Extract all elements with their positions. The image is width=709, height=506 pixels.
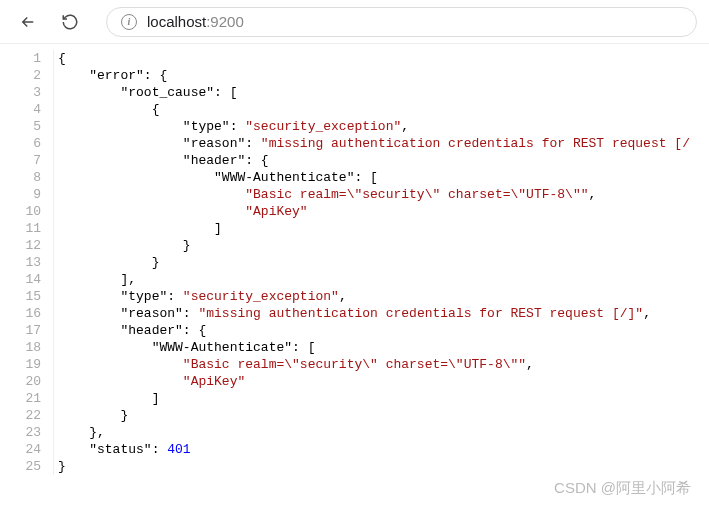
line-number: 3 (0, 84, 41, 101)
line-number: 19 (0, 356, 41, 373)
code-token: "type" (183, 119, 230, 134)
line-number: 18 (0, 339, 41, 356)
line-number: 6 (0, 135, 41, 152)
code-token: 401 (167, 442, 190, 457)
code-token: , (589, 187, 597, 202)
back-button[interactable] (12, 6, 44, 38)
address-bar[interactable]: i localhost:9200 (106, 7, 697, 37)
code-line: "header": { (58, 322, 690, 339)
code-token: "header" (120, 323, 182, 338)
line-number: 2 (0, 67, 41, 84)
code-token: ] (214, 221, 222, 236)
code-line: { (58, 101, 690, 118)
code-line: } (58, 458, 690, 475)
code-line: } (58, 407, 690, 424)
json-viewer: 1234567891011121314151617181920212223242… (0, 44, 709, 475)
code-line: ] (58, 220, 690, 237)
code-token: ], (120, 272, 136, 287)
line-number: 13 (0, 254, 41, 271)
url-host: localhost (147, 13, 206, 30)
code-token: , (643, 306, 651, 321)
line-number: 17 (0, 322, 41, 339)
code-token: : { (245, 153, 268, 168)
code-token: "WWW-Authenticate" (152, 340, 292, 355)
code-line: "status": 401 (58, 441, 690, 458)
code-line: "WWW-Authenticate": [ (58, 339, 690, 356)
code-token: } (58, 459, 66, 474)
code-line: ] (58, 390, 690, 407)
code-token: } (183, 238, 191, 253)
code-token: "security_exception" (245, 119, 401, 134)
line-number: 12 (0, 237, 41, 254)
line-number-gutter: 1234567891011121314151617181920212223242… (0, 50, 54, 475)
code-token: : (230, 119, 246, 134)
code-line: "reason": "missing authentication creden… (58, 135, 690, 152)
code-token: : (167, 289, 183, 304)
code-token: "ApiKey" (183, 374, 245, 389)
code-token: { (58, 51, 66, 66)
url-port: :9200 (206, 13, 244, 30)
code-token: "reason" (120, 306, 182, 321)
code-line: "ApiKey" (58, 373, 690, 390)
line-number: 9 (0, 186, 41, 203)
line-number: 24 (0, 441, 41, 458)
line-number: 10 (0, 203, 41, 220)
code-line: "Basic realm=\"security\" charset=\"UTF-… (58, 186, 690, 203)
code-token: , (526, 357, 534, 372)
code-token: : { (144, 68, 167, 83)
code-line: "header": { (58, 152, 690, 169)
line-number: 20 (0, 373, 41, 390)
code-token: "status" (89, 442, 151, 457)
arrow-left-icon (19, 13, 37, 31)
line-number: 21 (0, 390, 41, 407)
line-number: 7 (0, 152, 41, 169)
code-token: "missing authentication credentials for … (261, 136, 690, 151)
code-line: "type": "security_exception", (58, 118, 690, 135)
code-token: "reason" (183, 136, 245, 151)
code-token: : [ (214, 85, 237, 100)
code-token: "missing authentication credentials for … (198, 306, 643, 321)
code-line: "type": "security_exception", (58, 288, 690, 305)
code-token: : (245, 136, 261, 151)
code-line: } (58, 254, 690, 271)
browser-toolbar: i localhost:9200 (0, 0, 709, 44)
code-token: "security_exception" (183, 289, 339, 304)
code-token: { (152, 102, 160, 117)
code-token: : { (183, 323, 206, 338)
code-line: "ApiKey" (58, 203, 690, 220)
code-token: : [ (292, 340, 315, 355)
code-token: , (401, 119, 409, 134)
code-line: { (58, 50, 690, 67)
line-number: 4 (0, 101, 41, 118)
reload-icon (61, 13, 79, 31)
code-line: "reason": "missing authentication creden… (58, 305, 690, 322)
code-line: "WWW-Authenticate": [ (58, 169, 690, 186)
code-token: } (152, 255, 160, 270)
line-number: 22 (0, 407, 41, 424)
code-line: ], (58, 271, 690, 288)
code-token: "root_cause" (120, 85, 214, 100)
code-line: }, (58, 424, 690, 441)
code-line: "error": { (58, 67, 690, 84)
code-token: "header" (183, 153, 245, 168)
line-number: 8 (0, 169, 41, 186)
watermark-text: CSDN @阿里小阿希 (554, 479, 691, 498)
code-token: , (339, 289, 347, 304)
line-number: 5 (0, 118, 41, 135)
code-token: "ApiKey" (245, 204, 307, 219)
code-token: : [ (354, 170, 377, 185)
code-line: "Basic realm=\"security\" charset=\"UTF-… (58, 356, 690, 373)
site-info-icon[interactable]: i (121, 14, 137, 30)
code-token: : (183, 306, 199, 321)
url-text: localhost:9200 (147, 13, 244, 30)
line-number: 14 (0, 271, 41, 288)
code-token: "Basic realm=\"security\" charset=\"UTF-… (183, 357, 526, 372)
json-code: { "error": { "root_cause": [ { "type": "… (54, 50, 690, 475)
code-line: "root_cause": [ (58, 84, 690, 101)
code-token: ] (152, 391, 160, 406)
reload-button[interactable] (54, 6, 86, 38)
code-token: "error" (89, 68, 144, 83)
code-token: } (120, 408, 128, 423)
line-number: 1 (0, 50, 41, 67)
code-line: } (58, 237, 690, 254)
